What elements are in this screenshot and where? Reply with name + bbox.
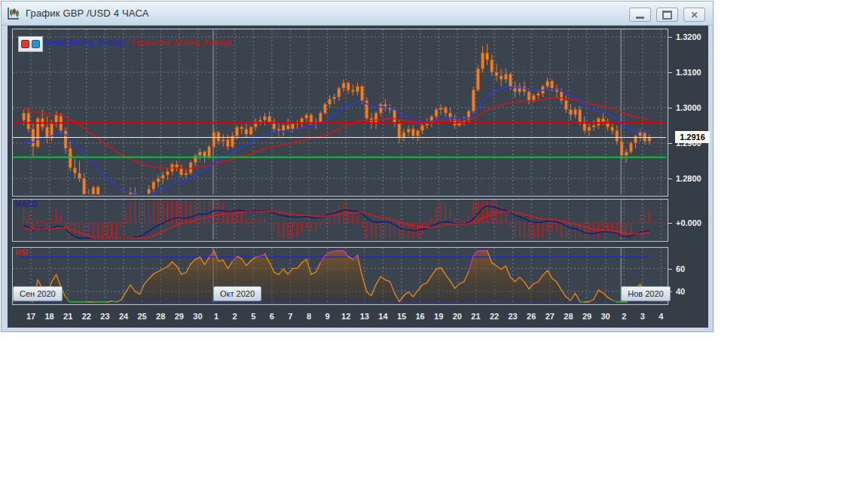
month-label-box: Окт 2020	[213, 286, 261, 301]
day-label: 7	[288, 312, 292, 321]
time-axis[interactable]: 1718212223242528293012567891213141516192…	[8, 306, 668, 328]
day-label: 21	[471, 312, 480, 321]
legend-button-box	[18, 36, 43, 52]
day-label: 9	[326, 312, 330, 321]
day-label: 19	[434, 312, 443, 321]
chart-client-area: Exponential_Moving_Average Exponential_M…	[8, 26, 708, 328]
day-label: 15	[397, 312, 406, 321]
axis-tick	[668, 143, 672, 144]
day-label: 5	[251, 312, 255, 321]
day-label: 12	[341, 312, 350, 321]
day-label: 2	[233, 312, 237, 321]
month-label-box: Нов 2020	[621, 286, 670, 301]
day-label: 26	[527, 312, 536, 321]
day-label: 24	[119, 312, 128, 321]
month-label-box: Сен 2020	[13, 286, 63, 301]
day-label: 22	[82, 312, 91, 321]
day-label: 28	[564, 312, 573, 321]
rsi-tick-label: 40	[676, 285, 685, 297]
day-label: 28	[156, 312, 165, 321]
macd-pane[interactable]: MACD	[12, 199, 668, 242]
day-label: 23	[100, 312, 109, 321]
day-label: 21	[63, 312, 72, 321]
day-label: 17	[26, 312, 35, 321]
day-label: 23	[508, 312, 517, 321]
red-square-button[interactable]	[21, 40, 29, 48]
price-tick-label: 1.3100	[676, 66, 701, 78]
minimize-button[interactable]	[629, 8, 651, 22]
day-label: 6	[270, 312, 274, 321]
restore-button[interactable]	[656, 8, 678, 22]
close-icon: ✕	[690, 11, 698, 20]
day-label: 14	[378, 312, 387, 321]
day-label: 13	[360, 312, 369, 321]
price-tick-label: 1.2800	[676, 172, 701, 185]
price-tick-label: 1.3000	[676, 102, 701, 114]
rsi-tick-label: 60	[676, 263, 685, 275]
day-label: 3	[640, 312, 645, 321]
price-pane[interactable]: Exponential_Moving_Average Exponential_M…	[12, 29, 668, 197]
chart-window: График GBP /USD 4 ЧАСА ✕ Exponential_Mov…	[1, 1, 714, 332]
restore-icon	[662, 11, 672, 20]
day-label: 2	[622, 312, 626, 321]
day-label: 16	[415, 312, 424, 321]
day-label: 30	[193, 312, 202, 321]
rsi-pane[interactable]: RSI	[12, 247, 668, 305]
minimize-icon	[636, 17, 644, 19]
axis-tick	[668, 178, 672, 179]
day-label: 29	[582, 312, 591, 321]
day-label: 22	[490, 312, 499, 321]
axis-tick	[668, 108, 672, 108]
day-label: 29	[175, 312, 184, 321]
day-label: 1	[214, 312, 219, 321]
day-label: 20	[453, 312, 462, 321]
window-titlebar[interactable]: График GBP /USD 4 ЧАСА ✕	[2, 2, 713, 26]
macd-zero-label: +0.000	[676, 217, 701, 229]
day-label: 27	[546, 312, 555, 321]
price-tick-label: 1.3200	[676, 31, 701, 43]
day-label: 18	[44, 312, 53, 321]
axis-tick	[668, 37, 672, 38]
blue-square-button[interactable]	[32, 40, 40, 48]
day-label: 8	[307, 312, 311, 321]
window-title: График GBP /USD 4 ЧАСА	[26, 8, 149, 19]
axis-tick	[668, 72, 672, 73]
axis-tick	[668, 223, 672, 224]
day-label: 30	[601, 312, 610, 321]
rsi-pane-label: RSI	[15, 249, 28, 257]
candlestick-chart-icon	[6, 6, 21, 21]
close-button[interactable]: ✕	[683, 8, 705, 22]
ema-slow-legend-label: Exponential_Moving_Average	[131, 38, 231, 47]
macd-pane-label: MACD	[15, 200, 38, 209]
day-label: 25	[137, 312, 146, 321]
price-axis[interactable]: 1.2916 1.32001.31001.30001.29001.2800+0.…	[668, 26, 708, 328]
day-label: 4	[659, 312, 663, 321]
current-price-box: 1.2916	[675, 131, 710, 143]
axis-tick	[668, 269, 672, 270]
